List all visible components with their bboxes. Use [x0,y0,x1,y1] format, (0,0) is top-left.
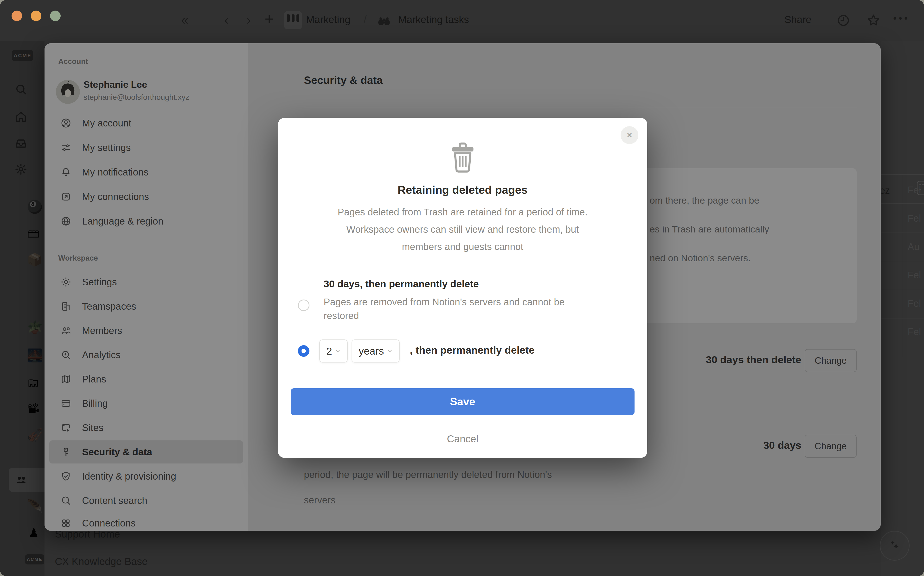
retention-unit-select[interactable]: years [351,339,400,363]
change-retention-button[interactable]: Change [805,349,857,372]
back-icon[interactable]: ‹ [224,12,229,28]
table-cell: Au [908,242,924,252]
sidebar-item-settings[interactable]: Settings [49,270,243,294]
browser-cursor-icon [60,422,71,433]
sidebar-item-teamspaces[interactable]: Teamspaces [49,295,243,318]
chevron-down-icon [335,348,341,354]
close-window-button[interactable] [11,11,22,21]
sidebar-item-analytics[interactable]: Analytics [49,343,243,366]
arrow-up-right-square-icon [60,191,71,202]
workspace-logo[interactable]: ACME [12,50,33,61]
sidebar-item-my-connections[interactable]: My connections [49,185,243,208]
settings-sidebar: Account Stephanie Lee stephanie@toolsfor… [45,43,248,531]
acme-page-icon: ACME [25,554,44,565]
table-cell: Fel [908,270,924,280]
gear-icon [60,277,71,288]
sidebar-item-my-notifications[interactable]: My notifications [49,161,243,184]
search-icon[interactable] [14,83,27,96]
home-icon[interactable] [14,110,27,123]
page-emoji-8ball[interactable]: 🎱 [27,200,43,214]
table-cell: Fel [908,298,924,309]
breadcrumb-current[interactable]: Marketing tasks [398,14,469,26]
chevron-down-icon [387,348,393,354]
sidebar-item-sites[interactable]: Sites [49,416,243,439]
new-page-icon[interactable]: + [265,10,274,28]
forward-icon[interactable]: › [246,12,251,28]
page-title: Security & data [304,74,383,86]
background-table: ez Fel Fel Au Fel Fel Fel [881,41,924,576]
page-emoji-cardbox[interactable]: 🗃 [27,226,40,240]
table-cell: Fel [908,185,924,195]
retention-setting-value: 30 days then delete [706,354,801,366]
change-trash-button[interactable]: Change [805,435,857,458]
inbox-icon[interactable] [14,137,27,150]
zoom-window-button[interactable] [50,11,61,21]
search-icon [60,495,71,506]
sidebar-item-security-data[interactable]: Security & data [49,440,243,464]
info-card-text: es in Trash are automatically [650,224,769,235]
page-emoji-package[interactable]: 📦 [27,253,43,267]
close-icon[interactable]: × [621,126,638,144]
minimize-window-button[interactable] [31,11,42,21]
window-controls [11,11,61,21]
page-emoji-plant[interactable]: 🪴 [27,320,43,334]
credit-card-icon [60,398,71,409]
sidebar-item-billing[interactable]: Billing [49,392,243,415]
table-cell-name-fragment: ez [880,185,890,196]
sidebar-item-connections[interactable]: Connections [49,512,243,531]
page-emoji-violin[interactable]: 🎻 [27,427,43,442]
app-window: « ‹ › + Marketing / Marketing tasks Shar… [0,0,924,576]
table-cell: Fel [908,326,924,337]
sidebar-item-language-region[interactable]: Language & region [49,210,243,233]
sidebar-item-cx-knowledge-base[interactable]: CX Knowledge Base [55,556,148,567]
sidebar-item-my-account[interactable]: My account [49,112,243,134]
setting-description-text: servers [304,495,335,506]
board-page-icon[interactable] [284,11,302,29]
ai-sparkles-button[interactable] [880,531,910,561]
sidebar-item-plans[interactable]: Plans [49,368,243,390]
divider [304,108,857,108]
sparkles-icon [887,538,902,554]
page-emoji-projector[interactable]: 📽 [27,402,40,416]
binoculars-icon [377,13,391,29]
account-section-header: Account [58,57,88,66]
account-email: stephanie@toolsforthought.xyz [83,93,189,102]
workspace-section-header: Workspace [58,254,98,262]
sidebar-item-my-settings[interactable]: My settings [49,136,243,159]
table-cell: Fel [908,213,924,224]
sidebar-item-content-search[interactable]: Content search [49,489,243,512]
favorite-star-icon[interactable] [866,13,881,28]
radio-custom-period[interactable] [298,345,310,357]
history-clock-icon[interactable] [836,13,850,28]
people-icon [15,474,27,486]
dialog-description: Pages deleted from Trash are retained fo… [278,203,647,255]
page-emoji-bridge[interactable]: 🌉 [27,348,43,363]
radio-30-days[interactable] [298,299,310,311]
account-name: Stephanie Lee [83,79,147,90]
trash-icon [449,142,476,174]
toolbar: « ‹ › + Marketing / Marketing tasks Shar… [0,0,924,41]
share-button[interactable]: Share [784,14,812,26]
shield-check-icon [60,471,71,482]
pawn-icon: ♟ [28,526,39,540]
save-button[interactable]: Save [291,388,635,415]
dialog-title: Retaining deleted pages [278,183,647,197]
retention-number-select[interactable]: 2 [319,339,348,363]
bell-icon [60,166,71,178]
sidebar-collapse-icon[interactable]: « [181,12,188,28]
setting-description-text: period, the page will be permanently del… [304,469,552,480]
option-30-days-description: Pages are removed from Notion's servers … [324,295,565,323]
grid-icon [60,518,71,529]
settings-gear-icon[interactable] [14,163,27,176]
breadcrumb-parent[interactable]: Marketing [306,14,350,26]
option-30-days-label[interactable]: 30 days, then permanently delete [324,278,479,290]
page-emoji-files[interactable]: 🗂 [27,375,40,389]
sidebar-item-identity-provisioning[interactable]: Identity & provisioning [49,465,243,488]
info-card-text: om there, the page can be [650,195,759,206]
cancel-button[interactable]: Cancel [278,433,647,445]
trash-setting-value: 30 days [763,440,801,451]
page-emoji-feather[interactable]: 🪶 [27,499,43,513]
more-menu-icon[interactable]: ••• [893,13,910,24]
members-people-icon [60,325,71,336]
sidebar-item-members[interactable]: Members [49,319,243,342]
